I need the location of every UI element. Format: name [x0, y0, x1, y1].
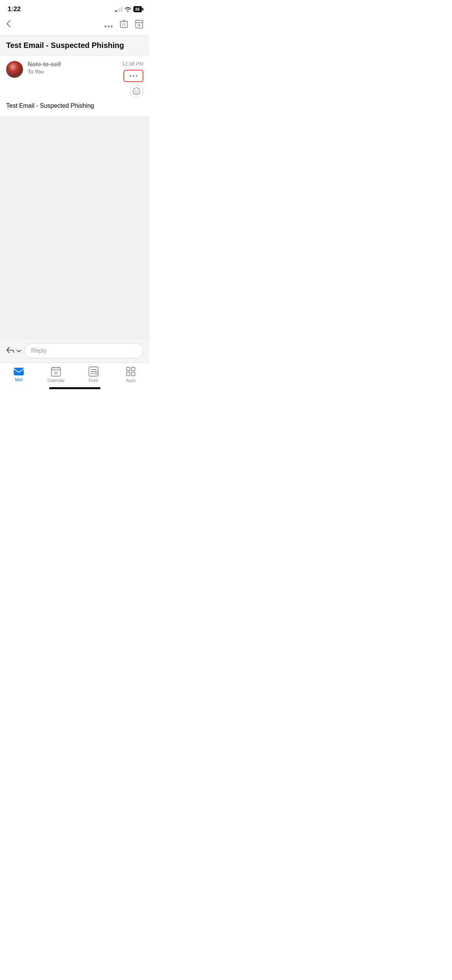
svg-rect-12	[14, 368, 24, 375]
recipient-label: To You	[28, 69, 117, 75]
tab-mail[interactable]: Mail	[5, 367, 32, 382]
reply-bar: Reply	[0, 339, 150, 362]
back-button[interactable]	[6, 18, 14, 31]
email-subject: Test Email - Suspected Phishing	[6, 41, 124, 49]
avatar	[6, 61, 23, 78]
tab-feed[interactable]: Feed	[80, 367, 107, 383]
mail-tab-icon	[13, 367, 24, 376]
archive-button[interactable]	[135, 20, 143, 30]
email-time: 12:38 PM	[122, 61, 143, 67]
svg-point-8	[136, 75, 137, 77]
more-options-button[interactable]	[104, 21, 113, 30]
svg-rect-17	[127, 367, 130, 371]
wifi-icon	[125, 7, 131, 12]
status-bar: 1:22 86	[0, 0, 150, 15]
reply-chevron-icon[interactable]	[16, 348, 21, 354]
emoji-reaction-button[interactable]	[130, 84, 143, 98]
svg-point-10	[135, 90, 136, 91]
svg-point-9	[133, 88, 140, 95]
email-header: Note to self To You 12:38 PM	[0, 56, 150, 86]
apps-tab-icon	[126, 367, 136, 377]
tab-calendar[interactable]: 23 Calendar	[43, 367, 69, 383]
email-content-area	[0, 117, 150, 339]
svg-point-11	[137, 90, 138, 91]
svg-point-0	[105, 25, 107, 27]
email-meta-right: 12:38 PM	[122, 61, 143, 82]
tab-apps[interactable]: Apps	[117, 367, 144, 383]
svg-rect-3	[120, 21, 127, 28]
nav-bar	[0, 15, 150, 36]
tab-bar: Mail 23 Calendar Feed Apps	[0, 362, 150, 384]
svg-rect-16	[95, 371, 98, 374]
tab-apps-label: Apps	[126, 378, 136, 383]
status-icons: 86	[115, 6, 142, 12]
svg-point-6	[130, 75, 131, 77]
calendar-tab-icon: 23	[51, 367, 61, 377]
svg-rect-18	[131, 367, 135, 371]
svg-rect-19	[127, 372, 130, 376]
tab-mail-label: Mail	[15, 377, 23, 382]
svg-rect-4	[135, 20, 143, 23]
email-container: Note to self To You 12:38 PM Test Email …	[0, 56, 150, 117]
reply-arrow-icon[interactable]	[6, 347, 15, 355]
reply-input[interactable]: Reply	[25, 343, 143, 358]
delete-button[interactable]	[120, 20, 128, 31]
message-more-button[interactable]	[123, 70, 143, 82]
svg-rect-20	[131, 372, 135, 376]
svg-text:23: 23	[54, 371, 58, 375]
sender-name: Note to self	[28, 61, 117, 68]
email-body: Test Email - Suspected Phishing	[0, 101, 150, 117]
home-indicator	[0, 384, 150, 391]
feed-tab-icon	[89, 367, 99, 377]
reply-actions	[6, 347, 21, 355]
status-time: 1:22	[8, 5, 21, 13]
tab-feed-label: Feed	[89, 378, 98, 383]
home-bar	[49, 387, 100, 389]
subject-header: Test Email - Suspected Phishing	[0, 36, 150, 56]
battery-icon: 86	[133, 6, 142, 12]
sender-info: Note to self To You	[28, 61, 117, 75]
tab-calendar-label: Calendar	[48, 378, 65, 383]
signal-icon	[115, 7, 122, 12]
svg-point-7	[133, 75, 134, 77]
svg-point-2	[111, 25, 113, 27]
svg-point-1	[108, 25, 110, 27]
